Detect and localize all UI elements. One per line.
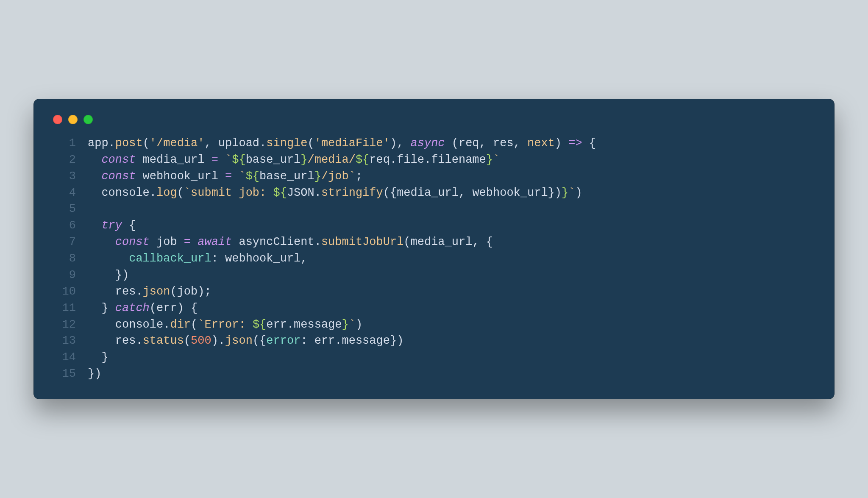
code-token: asyncClient bbox=[232, 236, 314, 248]
code-token bbox=[582, 137, 589, 150]
code-content: try { bbox=[88, 217, 136, 234]
code-token: ) bbox=[198, 285, 204, 298]
code-line: 14 } bbox=[50, 349, 818, 366]
code-area: 1app.post('/media', upload.single('media… bbox=[50, 135, 818, 382]
code-token bbox=[232, 170, 239, 183]
code-content: }) bbox=[88, 267, 129, 284]
code-line: 1app.post('/media', upload.single('media… bbox=[50, 135, 818, 152]
code-token: } bbox=[101, 302, 108, 314]
traffic-lights bbox=[50, 111, 818, 135]
code-token: single bbox=[266, 137, 307, 150]
code-token: . bbox=[136, 334, 142, 347]
code-token bbox=[88, 170, 101, 183]
code-token bbox=[88, 219, 101, 232]
code-content: }) bbox=[88, 366, 101, 382]
code-line: 4 console.log(`submit job: ${JSON.string… bbox=[50, 185, 818, 201]
line-number: 4 bbox=[50, 185, 88, 201]
code-token: ( bbox=[308, 137, 314, 150]
line-number: 5 bbox=[50, 201, 88, 217]
line-number: 15 bbox=[50, 366, 88, 382]
code-token: ${ bbox=[273, 186, 287, 199]
code-token: req bbox=[369, 153, 390, 166]
code-token bbox=[88, 186, 101, 199]
code-line: 15}) bbox=[50, 366, 818, 382]
code-line: 7 const job = await asyncClient.submitJo… bbox=[50, 234, 818, 250]
code-token: ` bbox=[493, 153, 500, 166]
code-content: app.post('/media', upload.single('mediaF… bbox=[88, 135, 596, 152]
close-icon[interactable] bbox=[53, 115, 62, 124]
code-token: ( bbox=[403, 236, 410, 248]
code-token bbox=[88, 334, 115, 347]
code-line: 13 res.status(500).json({error: err.mess… bbox=[50, 333, 818, 349]
code-token: { bbox=[486, 236, 493, 248]
code-token: ( bbox=[452, 137, 459, 150]
code-token bbox=[88, 285, 115, 298]
line-number: 14 bbox=[50, 349, 88, 366]
code-line: 5 bbox=[50, 201, 818, 217]
line-number: 11 bbox=[50, 300, 88, 317]
code-token: ; bbox=[204, 285, 211, 298]
code-token: job bbox=[150, 236, 184, 248]
code-token: ) bbox=[177, 302, 184, 314]
code-token bbox=[88, 318, 115, 331]
line-number: 9 bbox=[50, 267, 88, 284]
code-token bbox=[88, 351, 101, 364]
code-token: callback_url bbox=[129, 252, 211, 265]
code-token: json bbox=[225, 334, 253, 347]
code-line: 6 try { bbox=[50, 217, 818, 234]
code-token: { bbox=[589, 137, 596, 150]
code-token: ( bbox=[253, 334, 259, 347]
code-token: ( bbox=[184, 334, 191, 347]
code-token: . bbox=[218, 334, 225, 347]
code-token: log bbox=[156, 186, 177, 199]
code-token: media_url bbox=[397, 186, 459, 199]
code-token: job bbox=[177, 285, 198, 298]
minimize-icon[interactable] bbox=[68, 115, 78, 124]
code-token: res bbox=[115, 334, 136, 347]
code-token: err bbox=[156, 302, 177, 314]
code-window: 1app.post('/media', upload.single('media… bbox=[33, 99, 835, 399]
line-number: 2 bbox=[50, 152, 88, 168]
code-token: const bbox=[101, 170, 136, 183]
code-token: . bbox=[163, 318, 170, 331]
code-line: 10 res.json(job); bbox=[50, 284, 818, 300]
code-token bbox=[218, 153, 225, 166]
code-content: const job = await asyncClient.submitJobU… bbox=[88, 234, 493, 250]
code-token: { bbox=[122, 219, 136, 232]
zoom-icon[interactable] bbox=[83, 115, 93, 124]
code-line: 8 callback_url: webhook_url, bbox=[50, 250, 818, 267]
code-token bbox=[88, 153, 101, 166]
code-token: /media/ bbox=[308, 153, 356, 166]
code-token: ) bbox=[397, 334, 403, 347]
code-token: async bbox=[411, 137, 445, 150]
code-content: console.dir(`Error: ${err.message}`) bbox=[88, 317, 362, 333]
code-token: res bbox=[115, 285, 136, 298]
code-token: /job bbox=[321, 170, 349, 183]
code-token: ) bbox=[555, 137, 562, 150]
code-token: ; bbox=[356, 170, 362, 183]
code-token: webhook_url bbox=[472, 186, 548, 199]
code-token: ` bbox=[225, 153, 232, 166]
code-token: } bbox=[314, 170, 321, 183]
code-token: . bbox=[150, 186, 156, 199]
code-token: err bbox=[266, 318, 287, 331]
code-token bbox=[191, 236, 198, 248]
code-token bbox=[88, 302, 101, 314]
code-token: . bbox=[314, 236, 321, 248]
code-token: . bbox=[108, 137, 115, 150]
code-token: base_url bbox=[259, 170, 314, 183]
code-token: , bbox=[459, 186, 472, 199]
code-token: }) bbox=[88, 367, 101, 380]
code-token: ( bbox=[170, 285, 177, 298]
code-token: ( bbox=[177, 186, 184, 199]
code-token: 'mediaFile' bbox=[314, 137, 390, 150]
code-token: ${ bbox=[253, 318, 266, 331]
line-number: 1 bbox=[50, 135, 88, 152]
code-token: await bbox=[198, 236, 232, 248]
line-number: 8 bbox=[50, 250, 88, 267]
code-content: } bbox=[88, 349, 108, 366]
code-token: try bbox=[101, 219, 122, 232]
code-token: { bbox=[259, 334, 266, 347]
code-token: } bbox=[390, 334, 397, 347]
code-content: res.json(job); bbox=[88, 284, 211, 300]
